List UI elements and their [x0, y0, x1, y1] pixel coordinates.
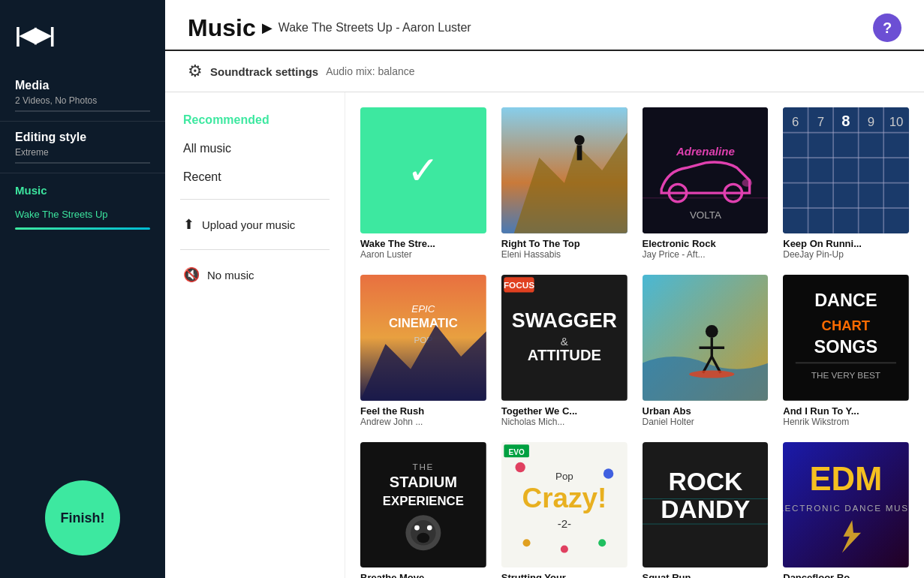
music-grid: ✓ Wake The Stre... Aaron Luster	[345, 92, 924, 578]
music-title-keep-on-running: Keep On Runni...	[783, 238, 909, 249]
music-title-and-i-run: And I Run To Y...	[783, 405, 909, 417]
header-play-icon: ▶	[262, 20, 272, 36]
music-title-dancefloor-ro: Dancefloor Ro...	[783, 572, 909, 578]
svg-text:6: 6	[792, 115, 799, 129]
nav-item-all-music[interactable]: All music	[180, 136, 330, 161]
music-artist-right-to-the-top: Eleni Hassabis	[501, 249, 628, 260]
music-card-right-to-the-top[interactable]: Right To The Top Eleni Hassabis	[501, 107, 628, 260]
music-title-strutting-your: Strutting Your ...	[501, 572, 628, 578]
music-thumb-and-i-run: DANCE CHART SONGS THE VERY BEST	[783, 275, 909, 401]
svg-point-68	[561, 545, 568, 552]
help-button[interactable]: ?	[873, 14, 901, 42]
finish-button[interactable]: Finish!	[45, 480, 120, 555]
music-thumb-squat-run: ROCK DANDY	[643, 442, 769, 568]
music-title-breathe-move: Breathe Move ...	[360, 572, 486, 578]
main-area: Music ▶ Wake The Streets Up - Aaron Lust…	[165, 0, 924, 578]
nav-upload-music[interactable]: ⬆ Upload your music	[180, 209, 330, 240]
sidebar-media-label: Media	[15, 79, 150, 92]
sidebar-media-sub: 2 Videos, No Photos	[15, 95, 150, 106]
music-artist-electronic-rock: Jay Price - Aft...	[643, 249, 769, 260]
svg-text:&: &	[561, 335, 568, 348]
music-thumb-together-we-c: FOCUS SWAGGER & ATTITUDE	[501, 275, 628, 401]
music-thumb-breathe-move: THE STADIUM EXPERIENCE	[360, 442, 486, 568]
sidebar-music-nav[interactable]: Music	[0, 173, 165, 207]
app-logo-icon: |◀▶|	[15, 23, 54, 47]
left-nav: Recommended All music Recent ⬆ Upload yo…	[165, 92, 345, 578]
music-card-strutting-your[interactable]: EVO Pop Crazy! -2- Strutting Your ... Br…	[501, 442, 628, 579]
svg-text:FOCUS: FOCUS	[504, 280, 534, 290]
music-title-urban-abs: Urban Abs	[643, 405, 769, 417]
music-artist-wake-the-streets: Aaron Luster	[360, 249, 486, 260]
music-card-squat-run[interactable]: ROCK DANDY Squat Run Frederic Vitani	[643, 442, 769, 579]
music-thumb-wake-the-streets: ✓	[360, 107, 486, 233]
upload-icon: ⬆	[183, 216, 194, 233]
nav-divider-1	[180, 199, 330, 200]
page-title: Music	[188, 14, 256, 42]
nav-item-recommended[interactable]: Recommended	[180, 107, 330, 133]
music-card-breathe-move[interactable]: THE STADIUM EXPERIENCE Breathe Move ...	[360, 442, 486, 579]
selected-checkmark-icon: ✓	[407, 148, 440, 193]
music-title-right-to-the-top: Right To The Top	[501, 238, 628, 249]
audio-mix-label: Audio mix: balance	[326, 65, 414, 77]
music-card-feel-the-rush[interactable]: EPIC CINEMATIC POP Feel the Rush Andrew …	[360, 275, 486, 427]
music-card-electronic-rock[interactable]: Adrenaline VOLTA Electronic Rock Ja	[643, 107, 769, 260]
svg-text:ROCK: ROCK	[668, 467, 742, 495]
music-thumb-urban-abs	[643, 275, 769, 401]
music-card-urban-abs[interactable]: Urban Abs Daniel Holter	[643, 275, 769, 427]
svg-text:ELECTRONIC DANCE MUSIC: ELECTRONIC DANCE MUSIC	[783, 503, 909, 513]
nav-divider-2	[180, 249, 330, 250]
svg-text:EPIC: EPIC	[411, 303, 435, 315]
music-artist-keep-on-running: DeeJay Pin-Up	[783, 249, 909, 260]
music-card-and-i-run[interactable]: DANCE CHART SONGS THE VERY BEST And I Ru…	[783, 275, 909, 427]
svg-point-66	[522, 539, 530, 546]
nav-no-music[interactable]: 🔇 No music	[180, 259, 330, 291]
svg-point-65	[603, 468, 613, 478]
music-card-together-we-c[interactable]: FOCUS SWAGGER & ATTITUDE Together We C..…	[501, 275, 628, 427]
svg-text:THE VERY BEST: THE VERY BEST	[811, 369, 880, 379]
svg-point-67	[598, 539, 606, 546]
sidebar-music-progress	[15, 227, 150, 230]
music-artist-feel-the-rush: Andrew John ...	[360, 417, 486, 427]
header: Music ▶ Wake The Streets Up - Aaron Lust…	[165, 0, 924, 51]
sidebar-editing-section: Editing style Extreme	[0, 122, 165, 173]
music-artist-and-i-run: Henrik Wikstrom	[783, 417, 909, 427]
music-artist-urban-abs: Daniel Holter	[643, 417, 769, 427]
svg-point-2	[574, 135, 584, 145]
music-title-feel-the-rush: Feel the Rush	[360, 405, 486, 417]
music-artist-together-we-c: Nicholas Mich...	[501, 417, 628, 427]
no-music-label: No music	[207, 269, 254, 281]
svg-text:DANDY: DANDY	[661, 495, 750, 522]
svg-text:DANCE: DANCE	[814, 291, 877, 310]
music-thumb-strutting-your: EVO Pop Crazy! -2-	[501, 442, 628, 568]
sidebar-logo: |◀▶|	[0, 15, 165, 70]
svg-text:-2-: -2-	[557, 517, 570, 530]
settings-bar: ⚙ Soundtrack settings Audio mix: balance	[165, 51, 924, 92]
svg-text:CINEMATIC: CINEMATIC	[389, 316, 458, 330]
svg-point-64	[515, 462, 525, 471]
svg-point-56	[414, 525, 420, 530]
svg-text:Adrenaline: Adrenaline	[675, 145, 734, 158]
sidebar-editing-value: Extreme	[15, 147, 150, 158]
svg-text:10: 10	[889, 115, 904, 129]
svg-text:7: 7	[817, 115, 824, 129]
sidebar-media-section: Media 2 Videos, No Photos	[0, 70, 165, 122]
svg-text:8: 8	[842, 113, 850, 129]
music-thumb-keep-on-running: 6 7 8 9 10	[783, 107, 909, 233]
svg-text:EVO: EVO	[508, 447, 524, 456]
music-thumb-electronic-rock: Adrenaline VOLTA	[643, 107, 769, 233]
svg-text:THE: THE	[413, 461, 435, 471]
svg-point-57	[427, 525, 432, 530]
music-card-dancefloor-ro[interactable]: EDM ELECTRONIC DANCE MUSIC Dancefloor Ro…	[783, 442, 909, 579]
svg-point-8	[742, 179, 751, 187]
nav-item-recent[interactable]: Recent	[180, 164, 330, 190]
svg-text:SWAGGER: SWAGGER	[512, 309, 617, 332]
svg-text:Crazy!: Crazy!	[522, 483, 606, 513]
svg-text:VOLTA: VOLTA	[689, 209, 721, 221]
svg-text:ATTITUDE: ATTITUDE	[528, 347, 601, 363]
svg-text:SONGS: SONGS	[814, 337, 878, 357]
soundtrack-settings-label[interactable]: Soundtrack settings	[210, 65, 318, 78]
music-card-keep-on-running[interactable]: 6 7 8 9 10 Keep On Runni... DeeJay Pin-U…	[783, 107, 909, 260]
sidebar-music-sub: Wake The Streets Up	[0, 207, 165, 227]
music-card-wake-the-streets[interactable]: ✓ Wake The Stre... Aaron Luster	[360, 107, 486, 260]
svg-text:STADIUM: STADIUM	[390, 474, 457, 490]
